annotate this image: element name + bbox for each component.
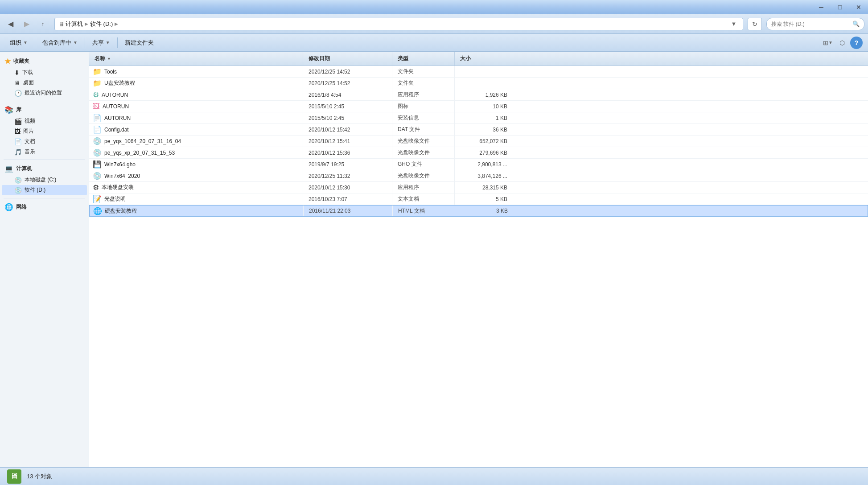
maximize-button[interactable]: □: [831, 0, 849, 14]
help-button[interactable]: ?: [850, 37, 863, 49]
sidebar-item-downloads[interactable]: ⬇ 下载: [2, 67, 87, 78]
file-type-icon: ⚙: [93, 183, 99, 192]
sidebar-header-computer[interactable]: 💻 计算机: [0, 163, 89, 175]
include-library-label: 包含到库中: [42, 39, 71, 47]
preview-pane-button[interactable]: ⬡: [836, 37, 848, 49]
sidebar-desktop-label: 桌面: [23, 79, 34, 86]
file-cell-date: 2020/10/12 15:30: [303, 182, 392, 193]
file-row[interactable]: 🌐 硬盘安装教程 2016/11/21 22:03 HTML 文档 3 KB: [89, 205, 868, 217]
file-cell-type: HTML 文档: [393, 206, 455, 216]
file-name-text: 硬盘安装教程: [105, 207, 137, 215]
file-cell-date: 2019/9/7 19:25: [303, 159, 392, 170]
status-count: 13 个对象: [27, 473, 52, 481]
view-toggle-button[interactable]: ⊞ ▼: [822, 37, 834, 49]
toolbar-separator-2: [85, 37, 85, 48]
file-row[interactable]: ⚙ AUTORUN 2016/1/8 4:54 应用程序 1,926 KB: [89, 89, 868, 101]
file-cell-size: 1 KB: [455, 112, 513, 123]
column-size-header[interactable]: 大小: [455, 52, 513, 66]
address-segment-drive-label: 软件 (D:): [90, 20, 113, 28]
file-cell-size: 652,072 KB: [455, 136, 513, 147]
new-folder-button[interactable]: 新建文件夹: [120, 37, 158, 49]
sidebar-item-desktop[interactable]: 🖥 桌面: [2, 78, 87, 88]
sort-arrow-icon: ▼: [107, 57, 111, 61]
sidebar-divider-1: [4, 101, 85, 101]
search-bar[interactable]: 🔍: [766, 18, 864, 30]
sidebar-header-network[interactable]: 🌐 网络: [0, 201, 89, 213]
sidebar-music-label: 音乐: [25, 148, 35, 156]
sidebar-item-documents[interactable]: 📄 文档: [2, 136, 87, 147]
file-row[interactable]: 📝 光盘说明 2016/10/23 7:07 文本文档 5 KB: [89, 193, 868, 205]
column-name-header[interactable]: 名称 ▼: [89, 52, 303, 66]
file-row[interactable]: 📄 Config.dat 2020/10/12 15:42 DAT 文件 36 …: [89, 124, 868, 136]
back-button[interactable]: ◀: [4, 17, 18, 31]
file-row[interactable]: 📁 Tools 2020/12/25 14:52 文件夹: [89, 66, 868, 78]
address-segment-computer[interactable]: 🖥 计算机: [58, 20, 83, 28]
file-cell-type: 文件夹: [392, 78, 455, 89]
toolbar-separator-3: [117, 37, 118, 48]
file-row[interactable]: 💿 pe_yqs_xp_20_07_31_15_53 2020/10/12 15…: [89, 147, 868, 159]
share-button[interactable]: 共享 ▼: [88, 37, 115, 49]
sidebar-item-local-c[interactable]: 💿 本地磁盘 (C:): [2, 175, 87, 185]
up-button[interactable]: ↑: [36, 17, 50, 31]
file-cell-size: 10 KB: [455, 101, 513, 112]
file-type-icon: 💿: [93, 137, 102, 145]
sidebar-item-music[interactable]: 🎵 音乐: [2, 147, 87, 157]
file-row[interactable]: 🖼 AUTORUN 2015/5/10 2:45 图标 10 KB: [89, 101, 868, 112]
column-date-header[interactable]: 修改日期: [303, 52, 392, 66]
file-row[interactable]: 💾 Win7x64.gho 2019/9/7 19:25 GHO 文件 2,90…: [89, 159, 868, 170]
file-type-icon: 💾: [93, 160, 102, 169]
sidebar-item-images[interactable]: 🖼 图片: [2, 126, 87, 136]
file-cell-type: 应用程序: [392, 182, 455, 193]
file-cell-date: 2020/10/12 15:36: [303, 147, 392, 158]
file-row[interactable]: 📁 U盘安装教程 2020/12/25 14:52 文件夹: [89, 78, 868, 89]
file-cell-type: 应用程序: [392, 89, 455, 100]
file-row[interactable]: 💿 pe_yqs_1064_20_07_31_16_04 2020/10/12 …: [89, 136, 868, 147]
organize-button[interactable]: 组织 ▼: [5, 37, 32, 49]
file-name-text: Config.dat: [104, 127, 129, 133]
sidebar-item-local-d[interactable]: 💿 软件 (D:): [2, 185, 87, 195]
toolbar-right-buttons: ⊞ ▼ ⬡ ?: [822, 37, 863, 49]
forward-button[interactable]: ▶: [20, 17, 34, 31]
file-row[interactable]: ⚙ 本地硬盘安装 2020/10/12 15:30 应用程序 28,315 KB: [89, 182, 868, 193]
share-label: 共享: [92, 39, 104, 47]
sidebar-favorites-label: 收藏夹: [13, 58, 29, 65]
images-icon: 🖼: [14, 128, 21, 135]
sidebar-section-library: 📚 库 🎬 视频 🖼 图片 📄 文档 🎵 音乐: [0, 104, 89, 157]
file-cell-date: 2020/10/12 15:41: [303, 136, 392, 147]
file-cell-size: 5 KB: [455, 193, 513, 205]
file-cell-date: 2016/11/21 22:03: [304, 206, 393, 216]
file-type-icon: 💿: [93, 148, 102, 157]
refresh-button[interactable]: ↻: [748, 18, 762, 30]
organize-label: 组织: [10, 39, 21, 47]
file-name-text: pe_yqs_1064_20_07_31_16_04: [104, 138, 181, 144]
close-button[interactable]: ✕: [849, 0, 868, 14]
column-type-header[interactable]: 类型: [392, 52, 455, 66]
file-row[interactable]: 📄 AUTORUN 2015/5/10 2:45 安装信息 1 KB: [89, 112, 868, 124]
include-library-button[interactable]: 包含到库中 ▼: [38, 37, 82, 49]
toolbar: 组织 ▼ 包含到库中 ▼ 共享 ▼ 新建文件夹 ⊞ ▼ ⬡ ?: [0, 34, 868, 52]
address-dropdown-button[interactable]: ▼: [728, 18, 739, 30]
file-name-text: pe_yqs_xp_20_07_31_15_53: [104, 150, 175, 156]
sidebar-item-videos[interactable]: 🎬 视频: [2, 116, 87, 126]
view-arrow-icon: ▼: [828, 40, 833, 45]
recent-icon: 🕐: [14, 90, 22, 97]
file-cell-date: 2020/12/25 14:52: [303, 78, 392, 89]
drive-d-icon: 💿: [14, 187, 22, 194]
sidebar-header-library[interactable]: 📚 库: [0, 104, 89, 116]
main-layout: ★ 收藏夹 ⬇ 下载 🖥 桌面 🕐 最近访问的位置 📚 库: [0, 52, 868, 467]
minimize-button[interactable]: ─: [812, 0, 831, 14]
file-row[interactable]: 💿 Win7x64_2020 2020/12/25 11:32 光盘映像文件 3…: [89, 170, 868, 182]
sidebar-header-favorites[interactable]: ★ 收藏夹: [0, 55, 89, 67]
file-cell-type: DAT 文件: [392, 124, 455, 135]
file-cell-name: ⚙ 本地硬盘安装: [89, 182, 303, 193]
file-cell-type: 图标: [392, 101, 455, 112]
search-input[interactable]: [771, 21, 851, 27]
address-bar[interactable]: 🖥 计算机 ▶ 软件 (D:) ▶ ▼: [54, 18, 743, 30]
address-segment-drive[interactable]: 软件 (D:): [90, 20, 113, 28]
file-cell-size: [455, 78, 513, 89]
file-cell-name: ⚙ AUTORUN: [89, 89, 303, 100]
sidebar-item-recent[interactable]: 🕐 最近访问的位置: [2, 88, 87, 98]
column-header: 名称 ▼ 修改日期 类型 大小: [89, 52, 868, 66]
downloads-icon: ⬇: [14, 69, 20, 76]
file-cell-name: 📁 U盘安装教程: [89, 78, 303, 89]
